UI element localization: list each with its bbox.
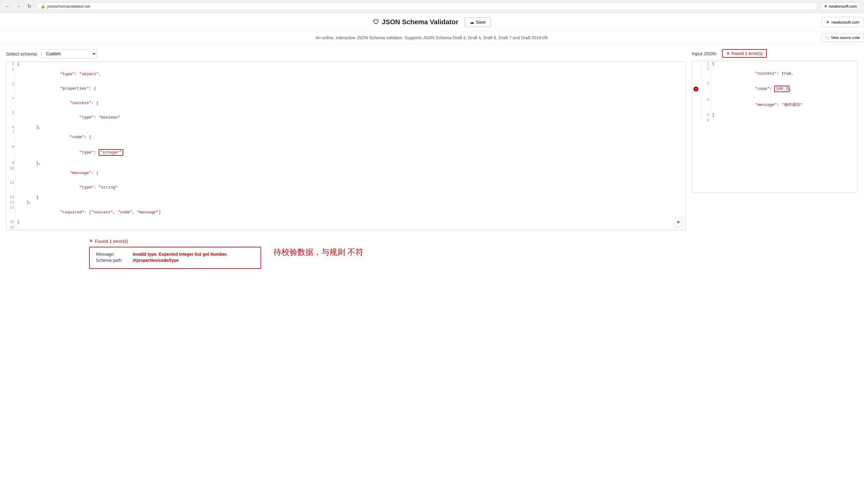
code-line: } xyxy=(16,195,685,200)
table-row: 2 "success": true, xyxy=(692,66,857,81)
error-schema-path-label: Schema path: xyxy=(96,258,130,263)
newtonsoft-button[interactable]: ✈ newtonsoft.com xyxy=(821,17,864,27)
table-row: 6 xyxy=(692,118,857,123)
save-button[interactable]: ☁ Save xyxy=(465,17,491,27)
code-line: }, xyxy=(16,200,685,205)
line-number: 10 xyxy=(7,166,16,180)
line-number: 14 xyxy=(7,205,16,220)
newtonsoft-icon: ✈ xyxy=(826,20,830,25)
schema-label: Select schema: xyxy=(6,51,38,57)
code-line: "message": { xyxy=(16,166,685,180)
line-number: 6 xyxy=(7,125,16,130)
error-message-value: Invalid type. Expected Integer but got N… xyxy=(133,252,228,257)
line-number xyxy=(692,66,701,81)
bottom-row: Message: Invalid type. Expected Integer … xyxy=(6,247,858,269)
forward-button[interactable]: → xyxy=(15,3,23,10)
input-json-panel: Input JSON: ✕ Found 1 error(s) 1 { 2 xyxy=(692,49,858,230)
table-row: 1 { xyxy=(692,61,857,66)
line-number: 8 xyxy=(7,144,16,161)
code-line: "code": { xyxy=(16,130,685,144)
table-row: 3 "properties": { xyxy=(7,81,685,96)
table-row: ✕ 3 "code": 100.3, xyxy=(692,81,857,97)
refresh-button[interactable]: ↻ xyxy=(26,3,33,10)
table-row: 13 }, xyxy=(7,200,685,205)
extension-button[interactable]: ✈ newtonsoft.com xyxy=(821,2,860,10)
line-number xyxy=(692,61,701,66)
line-number: 4 xyxy=(7,96,16,110)
table-row: 10 "message": { xyxy=(7,166,685,180)
code-line: "required": ["success", "code", "message… xyxy=(16,205,685,220)
error-badge-text: Found 1 error(s) xyxy=(732,51,763,56)
line-number: 13 xyxy=(7,200,16,205)
table-row: 1 { xyxy=(7,62,685,67)
line-number: 2 xyxy=(701,66,711,81)
bottom-error-title-text: Found 1 error(s) xyxy=(95,238,128,244)
table-row: 15 } xyxy=(7,220,685,225)
ext-label: newtonsoft.com xyxy=(829,4,857,9)
error-x-icon: ✕ xyxy=(727,51,730,56)
code-line: "properties": { xyxy=(16,81,685,96)
error-schema-path-row: Schema path: #/properties/code/type xyxy=(96,258,254,263)
code-line: "message": "操作成功" xyxy=(711,97,857,112)
line-number: 9 xyxy=(7,161,16,166)
error-details-box: Message: Invalid type. Expected Integer … xyxy=(89,247,261,269)
bottom-error-section: ✕ Found 1 error(s) Message: Invalid type… xyxy=(0,235,864,275)
lock-icon: 🔒 xyxy=(40,4,46,9)
code-line: "type": "boolean" xyxy=(16,110,685,125)
code-line: "success": true, xyxy=(711,66,857,81)
code-line: } xyxy=(711,112,857,118)
table-row: 7 "code": { xyxy=(7,130,685,144)
line-number: 12 xyxy=(7,195,16,200)
code-line xyxy=(16,225,685,230)
chinese-note: 待校验数据，与规则 不符 xyxy=(274,247,363,258)
app-title-text: JSON Schema Validator xyxy=(382,18,458,26)
input-json-editor[interactable]: 1 { 2 "success": true, ✕ xyxy=(692,61,858,193)
line-number: 11 xyxy=(7,180,16,195)
table-row: 5 "type": "boolean" xyxy=(7,110,685,125)
schema-select[interactable]: Custom Draft 3 Draft 4 Draft 6 Draft 7 D… xyxy=(41,49,97,58)
code-line: "type": "string" xyxy=(16,180,685,195)
error-circle-icon: ✕ xyxy=(694,87,698,91)
line-number: 3 xyxy=(7,81,16,96)
address-bar[interactable]: 🔒 jsonschemavalidator.net xyxy=(36,2,818,10)
save-label: Save xyxy=(476,20,486,25)
code-line: { xyxy=(711,61,857,66)
bottom-error-title: ✕ Found 1 error(s) xyxy=(89,238,858,244)
code-line: "type": "integer" xyxy=(16,144,685,161)
shield-icon: 🛡 xyxy=(373,19,379,26)
subtitle-text: An online, interactive JSON Schema valid… xyxy=(315,35,549,40)
schema-code-table: 1 { 2 "type": "object", 3 "properties": … xyxy=(7,62,685,230)
table-row: 5 } xyxy=(692,112,857,118)
schema-header: Select schema: Custom Draft 3 Draft 4 Dr… xyxy=(6,49,686,58)
error-badge: ✕ Found 1 error(s) xyxy=(722,49,767,58)
newtonsoft-label: newtonsoft.com xyxy=(831,20,860,25)
line-number: 4 xyxy=(701,97,711,112)
format-button[interactable]: ≡ xyxy=(674,218,682,227)
line-number: 5 xyxy=(7,110,16,125)
table-row: 8 "type": "integer" xyxy=(7,144,685,161)
input-json-code-table: 1 { 2 "success": true, ✕ xyxy=(692,61,857,123)
line-number xyxy=(692,97,701,112)
save-icon: ☁ xyxy=(470,20,474,25)
code-line: { xyxy=(16,62,685,67)
line-number: 15 xyxy=(7,220,16,225)
line-number: 5 xyxy=(701,112,711,118)
table-row: 6 }, xyxy=(7,125,685,130)
main-content: Select schema: Custom Draft 3 Draft 4 Dr… xyxy=(0,44,864,235)
error-message-label: Message: xyxy=(96,252,130,257)
back-button[interactable]: ← xyxy=(4,3,12,10)
line-number: 2 xyxy=(7,67,16,81)
app-header: 🛡 JSON Schema Validator ☁ Save ✈ newtons… xyxy=(0,13,864,32)
error-indicator-cell: ✕ xyxy=(692,81,701,97)
code-line: "success": { xyxy=(16,96,685,110)
view-source-button[interactable]: 📄 View source code xyxy=(821,34,864,42)
schema-editor[interactable]: 1 { 2 "type": "object", 3 "properties": … xyxy=(6,61,686,230)
error-message-row: Message: Invalid type. Expected Integer … xyxy=(96,252,254,257)
line-number xyxy=(692,112,701,118)
table-row: 14 "required": ["success", "code", "mess… xyxy=(7,205,685,220)
url-text: jsonschemavalidator.net xyxy=(47,4,90,9)
bottom-error-x-icon: ✕ xyxy=(89,238,93,244)
schema-editor-toolbar: ≡ xyxy=(674,218,682,227)
table-row: 2 "type": "object", xyxy=(7,67,685,81)
line-number: 16 xyxy=(7,225,16,230)
